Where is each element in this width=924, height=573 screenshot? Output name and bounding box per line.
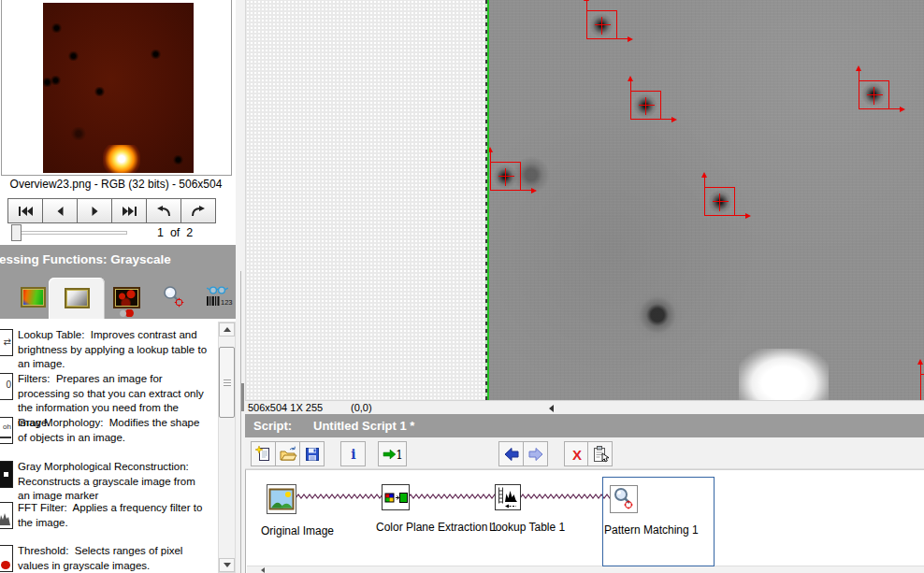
binary-tab-icon — [113, 287, 140, 308]
dark-spot — [51, 23, 62, 33]
image-index-slider[interactable] — [11, 231, 127, 235]
match-up-arrowhead — [701, 172, 707, 178]
open-script-button[interactable] — [275, 441, 300, 466]
next-button[interactable] — [77, 198, 112, 223]
svg-text:X: X — [571, 446, 581, 462]
function-item-morphology[interactable]: ohGray Morphology: Modifies the shape of… — [0, 416, 213, 445]
script-step-lookup-table[interactable]: Lookup Table 1 — [488, 477, 578, 566]
pattern-match-box — [859, 80, 889, 109]
step-label: Original Image — [261, 524, 350, 537]
function-list-scrollbar[interactable] — [218, 322, 236, 573]
steps-scrollbar[interactable] — [247, 566, 924, 573]
fft-icon — [0, 502, 13, 529]
function-item-text: Gray Morphology: Modifies the shape of o… — [18, 416, 209, 445]
match-up-arrow — [920, 364, 921, 375]
svg-text:1: 1 — [396, 449, 403, 462]
image-status-bar: 506x504 1X 255 (0,0) — [245, 400, 924, 414]
script-step-original-image[interactable]: Original Image — [260, 477, 350, 566]
image-caption: Overview23.png - RGB (32 bits) - 506x504 — [0, 178, 232, 191]
script-step-pattern-matching[interactable]: Pattern Matching 1 — [602, 477, 715, 566]
script-step-color-plane-extraction[interactable]: Color Plane Extraction 1 — [375, 477, 493, 566]
delete-step-button[interactable]: X — [564, 441, 589, 466]
panel-divider[interactable] — [236, 0, 245, 573]
save-script-button[interactable] — [299, 441, 325, 466]
rotate-back-button[interactable] — [146, 198, 181, 223]
tab-machine-vision[interactable] — [153, 276, 195, 319]
viewer-background — [245, 0, 485, 400]
original-image-step-icon — [267, 484, 298, 518]
match-up-arrow — [490, 151, 491, 163]
match-right-arrowhead — [745, 213, 751, 219]
script-toolbar: i1X — [245, 437, 924, 469]
match-up-arrowhead — [628, 76, 633, 81]
tab-grayscale[interactable] — [49, 278, 105, 319]
machine-vision-tab-icon — [162, 285, 186, 309]
lookup-icon: ⇄ — [0, 329, 13, 356]
function-item-fft[interactable]: FFT Filter: Applies a frequency filter t… — [0, 501, 213, 530]
run-once-button[interactable]: 1 — [378, 441, 407, 466]
scroll-up-button[interactable] — [219, 322, 235, 337]
dark-spot — [94, 87, 105, 96]
processing-functions-header: Processing Functions: Grayscale — [0, 245, 236, 276]
pattern-match-box — [490, 162, 521, 191]
script-label: Script: — [253, 419, 292, 433]
function-item-text: Threshold: Selects ranges of pixel value… — [18, 544, 209, 573]
grayscale-tab-icon — [65, 288, 90, 308]
pattern-match-box — [704, 187, 735, 216]
image-browser — [1, 0, 232, 176]
previous-button[interactable] — [42, 198, 78, 223]
match-up-arrowhead — [856, 65, 861, 71]
identification-tab-icon: 123 — [205, 285, 234, 310]
match-right-arrowhead — [671, 117, 677, 122]
up-arrow-icon — [224, 327, 231, 332]
dark-spot — [51, 76, 61, 85]
reference-image-thumbnail[interactable] — [43, 3, 194, 173]
page-indicator: 1 of 2 — [157, 226, 223, 239]
match-up-arrowhead — [584, 0, 589, 1]
slider-thumb[interactable] — [11, 224, 22, 241]
navigate-back-button[interactable] — [498, 441, 524, 466]
tab-identification[interactable]: 123 — [200, 276, 238, 319]
threshold-icon — [0, 545, 13, 572]
match-up-arrow — [586, 0, 587, 11]
pattern-match-box — [920, 374, 924, 400]
tab-color[interactable] — [13, 276, 52, 319]
step-label: Color Plane Extraction 1 — [376, 521, 493, 534]
new-script-button[interactable] — [251, 441, 276, 466]
function-list: ⇄Lookup Table: Improves contrast and bri… — [0, 319, 215, 573]
step-label: Pattern Matching 1 — [604, 523, 714, 537]
function-item-text: FFT Filter: Applies a frequency filter t… — [18, 501, 209, 530]
tab-binary[interactable] — [105, 276, 148, 319]
pattern-match-box — [586, 10, 617, 39]
steps-scroll-left-icon[interactable] — [261, 567, 265, 573]
dark-spot — [173, 155, 183, 165]
rotate-forward-button[interactable] — [180, 198, 216, 223]
down-arrow-icon — [224, 563, 231, 567]
main-image[interactable] — [489, 0, 924, 400]
match-up-arrow — [630, 80, 631, 92]
edit-clipboard-button[interactable] — [587, 441, 613, 466]
function-item-reconstruct[interactable]: Gray Morphological Reconstruction: Recon… — [0, 460, 213, 504]
pattern-match-box — [630, 91, 661, 120]
last-button[interactable] — [111, 198, 147, 223]
scroll-down-button[interactable] — [219, 558, 235, 572]
function-item-lookup[interactable]: ⇄Lookup Table: Improves contrast and bri… — [0, 328, 213, 372]
hscroll-left-arrow-icon[interactable] — [549, 405, 554, 412]
bright-spot — [103, 145, 140, 173]
match-up-arrowhead — [489, 147, 493, 152]
function-item-threshold[interactable]: Threshold: Selects ranges of pixel value… — [0, 544, 213, 573]
script-steps-area: Original ImageColor Plane Extraction 1Lo… — [245, 469, 924, 573]
info-button[interactable]: i — [340, 441, 366, 466]
match-right-arrowhead — [628, 36, 633, 42]
dark-spot — [151, 50, 161, 59]
match-right-arrow — [888, 108, 900, 109]
color-plane-extraction-step-icon — [382, 484, 413, 514]
navigate-forward-button[interactable] — [523, 441, 548, 466]
scrollbar-thumb[interactable] — [219, 347, 235, 418]
filters-icon: 0 — [0, 373, 13, 400]
match-right-arrow — [660, 119, 671, 120]
match-up-arrow — [704, 177, 705, 188]
function-item-text: Gray Morphological Reconstruction: Recon… — [18, 460, 209, 504]
first-button[interactable] — [7, 198, 43, 223]
match-up-arrow — [859, 70, 859, 81]
